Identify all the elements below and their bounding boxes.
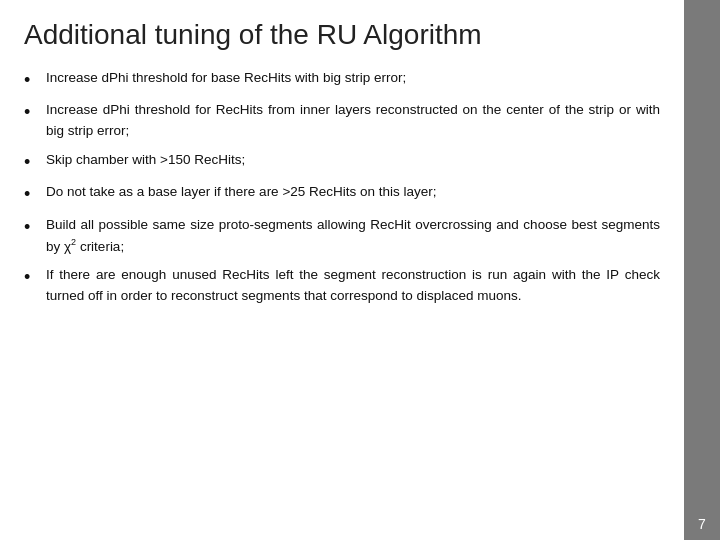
chi-text-after: criteria; (76, 238, 124, 253)
bullet-text: Skip chamber with >150 RecHits; (46, 150, 660, 171)
slide-title: Additional tuning of the RU Algorithm (24, 18, 660, 52)
bullet-text: Increase dPhi threshold for RecHits from… (46, 100, 660, 142)
right-sidebar: 7 (684, 0, 720, 540)
bullet-list: • Increase dPhi threshold for base RecHi… (24, 68, 660, 522)
bullet-dot: • (24, 101, 40, 124)
chi-text-before: Build all possible same size proto-segme… (46, 217, 660, 253)
slide-container: Additional tuning of the RU Algorithm • … (0, 0, 720, 540)
bullet-text: Do not take as a base layer if there are… (46, 182, 660, 203)
bullet-dot: • (24, 183, 40, 206)
bullet-dot: • (24, 216, 40, 239)
list-item: • If there are enough unused RecHits lef… (24, 265, 660, 307)
bullet-text: Increase dPhi threshold for base RecHits… (46, 68, 660, 89)
list-item: • Increase dPhi threshold for RecHits fr… (24, 100, 660, 142)
bullet-text-chi: Build all possible same size proto-segme… (46, 215, 660, 257)
bullet-dot: • (24, 266, 40, 289)
list-item: • Increase dPhi threshold for base RecHi… (24, 68, 660, 92)
main-content: Additional tuning of the RU Algorithm • … (0, 0, 684, 540)
bullet-dot: • (24, 69, 40, 92)
list-item: • Skip chamber with >150 RecHits; (24, 150, 660, 174)
list-item: • Do not take as a base layer if there a… (24, 182, 660, 206)
slide-number: 7 (698, 516, 706, 532)
bullet-text: If there are enough unused RecHits left … (46, 265, 660, 307)
bullet-dot: • (24, 151, 40, 174)
list-item: • Build all possible same size proto-seg… (24, 215, 660, 257)
